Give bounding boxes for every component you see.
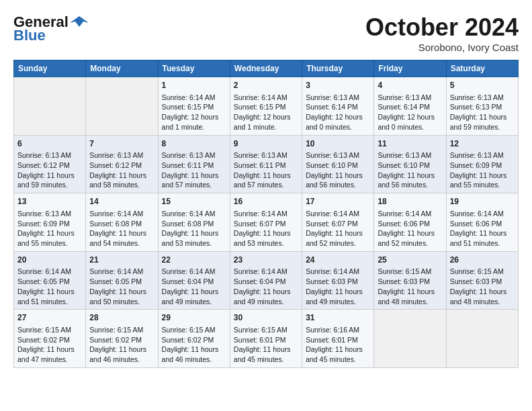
day-number: 25 [378,255,442,266]
day-cell-19: 19Sunrise: 6:14 AMSunset: 6:06 PMDayligh… [446,193,518,252]
day-number: 28 [89,312,154,324]
day-info-line: Sunrise: 6:14 AM [89,209,154,219]
day-cell-6: 6Sunrise: 6:13 AMSunset: 6:12 PMDaylight… [14,135,86,193]
day-info-line: Sunrise: 6:13 AM [17,150,82,161]
day-number: 30 [234,312,298,324]
day-number: 6 [17,138,82,150]
day-info-line: Sunset: 6:06 PM [450,219,515,229]
day-info-line: Daylight: 11 hours and 51 minutes. [17,287,82,306]
day-cell-10: 10Sunrise: 6:13 AMSunset: 6:10 PMDayligh… [302,135,374,193]
day-info-line: Sunset: 6:03 PM [378,277,442,287]
day-info-line: Daylight: 11 hours and 52 minutes. [306,228,370,248]
day-number: 27 [17,312,82,324]
day-info-line: Sunset: 6:02 PM [162,335,226,345]
day-info-line: Daylight: 11 hours and 46 minutes. [162,345,226,364]
day-cell-20: 20Sunrise: 6:14 AMSunset: 6:05 PMDayligh… [14,251,86,310]
day-info-line: Sunset: 6:01 PM [234,335,298,345]
day-cell-13: 13Sunrise: 6:13 AMSunset: 6:09 PMDayligh… [14,193,86,252]
day-number: 31 [306,312,370,324]
day-info-line: Sunrise: 6:13 AM [306,93,370,103]
day-number: 20 [17,255,82,266]
day-number: 21 [89,255,154,266]
weekday-header-wednesday: Wednesday [230,60,302,77]
day-number: 17 [306,196,370,208]
day-info-line: Sunset: 6:11 PM [234,161,298,171]
day-number: 18 [378,196,442,208]
day-info-line: Daylight: 11 hours and 51 minutes. [450,228,515,248]
day-info-line: Daylight: 11 hours and 59 minutes. [17,171,82,190]
day-info-line: Daylight: 12 hours and 0 minutes. [378,112,442,132]
day-info-line: Sunset: 6:07 PM [234,219,298,229]
day-info-line: Daylight: 11 hours and 57 minutes. [162,171,226,190]
day-info-line: Sunset: 6:01 PM [306,335,370,345]
weekday-header-saturday: Saturday [446,60,518,77]
calendar-table: SundayMondayTuesdayWednesdayThursdayFrid… [13,60,519,368]
page-header: General Blue October 2024 Sorobono, Ivor… [13,13,519,53]
day-cell-1: 1Sunrise: 6:14 AMSunset: 6:15 PMDaylight… [158,77,230,136]
day-info-line: Sunrise: 6:14 AM [234,267,298,277]
day-info-line: Daylight: 11 hours and 45 minutes. [306,345,370,364]
location-subtitle: Sorobono, Ivory Coast [365,42,519,53]
day-info-line: Sunrise: 6:15 AM [162,325,226,335]
day-cell-22: 22Sunrise: 6:14 AMSunset: 6:04 PMDayligh… [158,251,230,310]
day-number: 14 [89,196,154,208]
day-info-line: Sunrise: 6:15 AM [17,325,82,335]
weekday-header-row: SundayMondayTuesdayWednesdayThursdayFrid… [14,60,519,77]
day-info-line: Sunrise: 6:14 AM [450,209,515,219]
day-info-line: Sunset: 6:03 PM [306,277,370,287]
day-info-line: Daylight: 12 hours and 0 minutes. [306,112,370,132]
logo-blue: Blue [13,27,46,44]
day-info-line: Sunrise: 6:15 AM [450,267,515,277]
day-cell-3: 3Sunrise: 6:13 AMSunset: 6:14 PMDaylight… [302,77,374,136]
day-cell-25: 25Sunrise: 6:15 AMSunset: 6:03 PMDayligh… [374,251,446,310]
day-info-line: Sunset: 6:08 PM [162,219,226,229]
day-cell-7: 7Sunrise: 6:13 AMSunset: 6:12 PMDaylight… [86,135,158,193]
weekday-header-monday: Monday [86,60,158,77]
day-info-line: Sunset: 6:09 PM [17,219,82,229]
day-info-line: Sunset: 6:14 PM [378,102,442,112]
weekday-header-tuesday: Tuesday [158,60,230,77]
day-info-line: Daylight: 11 hours and 55 minutes. [450,171,515,190]
day-cell-5: 5Sunrise: 6:13 AMSunset: 6:13 PMDaylight… [446,77,518,136]
day-info-line: Sunset: 6:15 PM [162,102,226,112]
day-info-line: Sunrise: 6:14 AM [162,93,226,103]
day-info-line: Sunset: 6:02 PM [89,335,154,345]
day-info-line: Sunrise: 6:13 AM [450,93,515,103]
day-number: 5 [450,80,515,91]
day-info-line: Daylight: 11 hours and 48 minutes. [378,287,442,306]
day-cell-18: 18Sunrise: 6:14 AMSunset: 6:06 PMDayligh… [374,193,446,252]
day-cell-24: 24Sunrise: 6:14 AMSunset: 6:03 PMDayligh… [302,251,374,310]
day-info-line: Sunrise: 6:16 AM [306,325,370,335]
week-row-2: 6Sunrise: 6:13 AMSunset: 6:12 PMDaylight… [14,135,519,193]
day-info-line: Sunrise: 6:14 AM [162,209,226,219]
day-info-line: Daylight: 11 hours and 45 minutes. [234,345,298,364]
day-cell-28: 28Sunrise: 6:15 AMSunset: 6:02 PMDayligh… [86,310,158,368]
weekday-header-thursday: Thursday [302,60,374,77]
day-info-line: Sunrise: 6:13 AM [89,150,154,161]
month-title: October 2024 [365,13,519,42]
day-info-line: Daylight: 11 hours and 48 minutes. [450,287,515,306]
day-info-line: Sunrise: 6:13 AM [450,150,515,161]
day-info-line: Daylight: 11 hours and 49 minutes. [234,287,298,306]
day-info-line: Sunset: 6:06 PM [378,219,442,229]
day-cell-9: 9Sunrise: 6:13 AMSunset: 6:11 PMDaylight… [230,135,302,193]
day-info-line: Sunrise: 6:14 AM [378,209,442,219]
week-row-1: 1Sunrise: 6:14 AMSunset: 6:15 PMDaylight… [14,77,519,136]
day-info-line: Sunset: 6:09 PM [450,161,515,171]
weekday-header-sunday: Sunday [14,60,86,77]
empty-cell [374,310,446,368]
day-info-line: Sunrise: 6:14 AM [234,209,298,219]
day-info-line: Sunrise: 6:14 AM [162,267,226,277]
day-info-line: Sunrise: 6:15 AM [234,325,298,335]
day-info-line: Daylight: 11 hours and 53 minutes. [234,228,298,248]
day-number: 19 [450,196,515,208]
day-number: 23 [234,255,298,266]
day-cell-15: 15Sunrise: 6:14 AMSunset: 6:08 PMDayligh… [158,193,230,252]
day-info-line: Sunset: 6:10 PM [306,161,370,171]
day-number: 1 [162,80,226,91]
logo: General Blue [13,13,89,44]
day-info-line: Sunrise: 6:13 AM [378,93,442,103]
day-info-line: Sunrise: 6:14 AM [17,267,82,277]
day-info-line: Sunrise: 6:14 AM [89,267,154,277]
day-cell-8: 8Sunrise: 6:13 AMSunset: 6:11 PMDaylight… [158,135,230,193]
